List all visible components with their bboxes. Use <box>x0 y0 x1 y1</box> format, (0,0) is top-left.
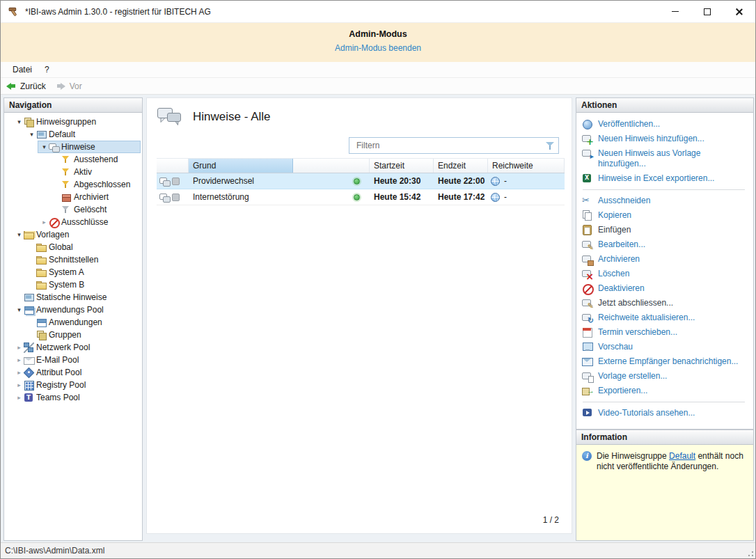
action-termin-verschieben[interactable]: Termin verschieben... <box>582 325 746 340</box>
admin-mode-exit-link[interactable]: Admin-Modus beenden <box>335 43 421 53</box>
monitor-icon <box>24 292 34 303</box>
default-group-link[interactable]: Default <box>669 451 695 461</box>
status-bar: C:\IBI-aws\Admin\Data.xml <box>1 542 755 558</box>
expander-icon[interactable] <box>15 379 24 391</box>
table-row-providerwechsel[interactable]: Providerwechsel Heute 20:30 Heute 22:00 … <box>157 173 565 189</box>
action-einfuegen[interactable]: Einfügen <box>582 223 746 237</box>
tree-item-abgeschlossen[interactable]: Abgeschlossen <box>4 178 142 191</box>
tree-item-hinweise[interactable]: Hinweise <box>4 141 142 153</box>
tree-item-default[interactable]: Default <box>4 128 142 141</box>
expander-icon[interactable] <box>15 228 24 241</box>
action-archivieren[interactable]: Archivieren <box>582 252 746 267</box>
tree-item-email-pool[interactable]: E-Mail Pool <box>4 354 142 366</box>
tree-item-anwendungs-pool[interactable]: Anwendungs Pool <box>4 304 142 316</box>
filter-input[interactable] <box>349 137 559 154</box>
column-grund[interactable]: Grund <box>189 159 293 173</box>
forward-button[interactable]: Vor <box>56 81 82 91</box>
app-window: *IBI-aws Admin 1.30.0 - registriert für … <box>0 0 756 559</box>
exclusion-icon <box>49 217 59 228</box>
action-deaktivieren[interactable]: Deaktivieren <box>582 281 746 296</box>
tree-item-global[interactable]: Global <box>4 241 142 253</box>
column-endzeit[interactable]: Endzeit <box>434 159 488 173</box>
expander-icon[interactable] <box>15 391 24 404</box>
tree-item-system-b[interactable]: System B <box>4 278 142 291</box>
maximize-icon <box>704 8 711 15</box>
tree-item-ausschluesse[interactable]: Ausschlüsse <box>4 216 142 228</box>
filter-gray-icon <box>61 205 72 215</box>
close-button[interactable] <box>723 1 755 22</box>
hinweise-page-icon <box>157 107 182 127</box>
information-panel: Information Die Hinweisgruppe Default en… <box>576 430 754 541</box>
tree-item-netzwerk-pool[interactable]: Netzwerk Pool <box>4 341 142 354</box>
column-reichweite[interactable]: Reichweite <box>488 159 565 173</box>
menu-help[interactable]: ? <box>38 62 56 77</box>
action-neuen-hinweis-aus-vorlage[interactable]: Neuen Hinweis aus Vorlage hinzufügen... <box>582 146 746 171</box>
archive-box-icon <box>61 192 72 203</box>
minimize-button[interactable] <box>659 1 691 22</box>
tree-item-statische-hinweise[interactable]: Statische Hinweise <box>4 291 142 304</box>
page-indicator: 1 / 2 <box>543 515 559 525</box>
action-excel-exportieren[interactable]: Hinweise in Excel exportieren... <box>582 171 746 186</box>
maximize-button[interactable] <box>691 1 723 22</box>
column-status[interactable] <box>293 159 370 173</box>
tree-item-registry-pool[interactable]: Registry Pool <box>4 379 142 391</box>
page-title: Hinweise - Alle <box>193 110 271 124</box>
tree-item-vorlagen[interactable]: Vorlagen <box>4 228 142 241</box>
monitor-icon <box>36 129 47 140</box>
folder-icon <box>36 255 47 265</box>
reichweite-globe-icon <box>491 193 500 202</box>
finish-now-icon <box>582 298 593 308</box>
hinweis-icon <box>159 192 170 203</box>
tree-item-aktiv[interactable]: Aktiv <box>4 166 142 178</box>
action-vorschau[interactable]: Vorschau <box>582 340 746 354</box>
action-neuen-hinweis[interactable]: Neuen Hinweis hinzufügen... <box>582 132 746 146</box>
action-ausschneiden[interactable]: Ausschneiden <box>582 194 746 208</box>
cell-grund: Providerwechsel <box>189 173 293 189</box>
cell-endzeit: Heute 22:00 <box>434 173 488 189</box>
action-video-tutorials[interactable]: Video-Tutorials ansehen... <box>582 406 746 420</box>
tree-item-ausstehend[interactable]: Ausstehend <box>4 153 142 166</box>
tree-item-geloescht[interactable]: Gelöscht <box>4 203 142 216</box>
table-row-internetstoerung[interactable]: Internetstörung Heute 15:42 Heute 17:42 … <box>157 189 565 205</box>
expander-icon[interactable] <box>15 341 24 354</box>
hinweise-table: Grund Startzeit Endzeit Reichweite Provi… <box>157 158 565 205</box>
tree-item-anwendungen[interactable]: Anwendungen <box>4 316 142 329</box>
action-veroeffentlichen[interactable]: Veröffentlichen... <box>582 117 746 132</box>
expander-icon[interactable] <box>27 128 36 141</box>
action-loeschen[interactable]: Löschen <box>582 267 746 281</box>
resize-grip[interactable] <box>745 548 754 557</box>
expander-icon[interactable] <box>40 141 49 153</box>
hinweis-icon <box>159 176 170 187</box>
expander-icon[interactable] <box>15 304 24 316</box>
expander-icon[interactable] <box>15 116 24 128</box>
expander-icon[interactable] <box>15 366 24 379</box>
back-button[interactable]: Zurück <box>6 81 46 91</box>
action-externe-empfaenger[interactable]: Externe Empfänger benachrichtigen... <box>582 354 746 369</box>
tree-item-system-a[interactable]: System A <box>4 266 142 278</box>
action-kopieren[interactable]: Kopieren <box>582 208 746 223</box>
preview-monitor-icon <box>582 342 593 352</box>
action-exportieren[interactable]: Exportieren... <box>582 384 746 398</box>
registry-icon <box>24 380 34 391</box>
tree-item-archiviert[interactable]: Archiviert <box>4 191 142 203</box>
tree-item-teams-pool[interactable]: Teams Pool <box>4 391 142 404</box>
tree-item-schnittstellen[interactable]: Schnittstellen <box>4 253 142 266</box>
column-startzeit[interactable]: Startzeit <box>370 159 434 173</box>
expander-icon[interactable] <box>40 216 49 228</box>
action-bearbeiten[interactable]: Bearbeiten... <box>582 237 746 252</box>
filter-funnel-icon[interactable] <box>545 141 556 150</box>
tree-item-attribut-pool[interactable]: Attribut Pool <box>4 366 142 379</box>
action-reichweite-aktualisieren[interactable]: Reichweite aktualisieren... <box>582 310 746 325</box>
video-icon <box>582 408 593 418</box>
tree-item-gruppen[interactable]: Gruppen <box>4 329 142 341</box>
filter-box <box>349 137 559 154</box>
tree-item-hinweisgruppen[interactable]: Hinweisgruppen <box>4 116 142 128</box>
column-icons[interactable] <box>157 159 189 173</box>
action-jetzt-abschliessen[interactable]: Jetzt abschliessen... <box>582 296 746 310</box>
navigation-panel: Navigation Hinweisgruppen Default Hinwei… <box>3 97 143 541</box>
expander-icon[interactable] <box>15 354 24 366</box>
separator <box>583 189 745 190</box>
menu-datei[interactable]: Datei <box>6 62 38 77</box>
actions-panel: Aktionen Veröffentlichen... Neuen Hinwei… <box>576 97 754 430</box>
action-vorlage-erstellen[interactable]: Vorlage erstellen... <box>582 369 746 384</box>
